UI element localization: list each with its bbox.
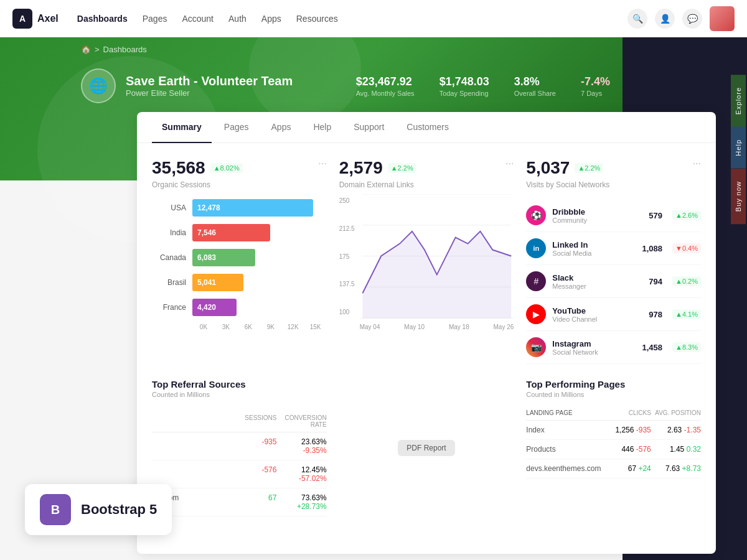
axis-0: 0K — [192, 324, 215, 330]
dribbble-count: 579 — [631, 211, 662, 220]
tab-customers[interactable]: Customers — [397, 112, 459, 143]
social-row-youtube: ▶ YouTube Video Channel 978 ▲4.1% — [526, 298, 701, 331]
youtube-type: Video Channel — [552, 315, 625, 323]
instagram-type: Social Network — [552, 348, 625, 356]
tab-summary[interactable]: Summary — [152, 112, 212, 143]
x-axis-labels: May 04 May 10 May 18 May 26 — [360, 321, 514, 330]
tab-support[interactable]: Support — [344, 112, 394, 143]
sidebar-explore[interactable]: Explore — [731, 75, 746, 127]
referral-row-0: -935 23.63% -9.35% — [152, 432, 327, 460]
page-name-0: Index — [526, 426, 601, 434]
metric-label-0: Organic Sessions — [152, 180, 327, 189]
top-pages-row-0: Index 1,256 -935 2.63 -1.35 — [526, 421, 701, 440]
search-button[interactable]: 🔍 — [627, 9, 647, 29]
metric-label-2: Visits by Social Networks — [526, 180, 701, 189]
sidebar-buy[interactable]: Buy now — [731, 169, 746, 224]
stat-value-3: -7.4% — [581, 75, 610, 88]
metric-dots-1[interactable]: ··· — [505, 158, 514, 169]
referral-rate-1: 12.45% -57.02% — [276, 465, 326, 483]
nav-right: 🔍 👤 💬 — [627, 6, 735, 31]
messages-button[interactable]: 💬 — [682, 9, 702, 29]
page-name-2: devs.keenthemes.com — [526, 464, 601, 473]
y-label-3: 137.5 — [339, 281, 355, 287]
stat-monthly-sales: $23,467.92 Avg. Monthly Sales — [356, 75, 415, 97]
page-name-1: Products — [526, 445, 601, 454]
x-label-2: May 18 — [449, 324, 469, 330]
tab-help[interactable]: Help — [303, 112, 341, 143]
metrics-row: ··· 35,568 ▲8.02% Organic Sessions USA 1… — [152, 158, 701, 364]
metric-dots-0[interactable]: ··· — [318, 158, 326, 169]
bar-chart: USA 12,478 India 7,546 Canad — [152, 199, 327, 330]
linkedin-icon: in — [526, 238, 546, 258]
referral-col-name — [152, 414, 227, 428]
bar-axis: 0K 3K 6K 9K 12K 15K — [152, 324, 327, 330]
top-pages-row-2: devs.keenthemes.com 67 +24 7.63 +8.73 — [526, 459, 701, 478]
referral-rate-2: 73.63% +28.73% — [276, 493, 326, 511]
top-pages-section: Top Performing Pages Counted in Millions… — [526, 379, 701, 516]
nav-apps[interactable]: Apps — [261, 14, 281, 24]
page-clicks-1: 446 -576 — [601, 445, 651, 454]
profile-name: Save Earth - Volunteer Team — [126, 74, 293, 88]
nav-pages[interactable]: Pages — [143, 14, 167, 24]
bar-track-france: 4,420 — [192, 299, 327, 316]
linkedin-count: 1,088 — [631, 244, 662, 253]
instagram-badge: ▲8.3% — [672, 342, 701, 352]
referral-row-2: Bol.com 67 73.63% +28.73% — [152, 488, 327, 516]
referral-col-rate: CONVERSION RATE — [276, 414, 326, 428]
axis-4: 12K — [282, 324, 304, 330]
stat-value-0: $23,467.92 — [356, 75, 415, 88]
bar-track-india: 7,546 — [192, 224, 327, 241]
nav-account[interactable]: Account — [182, 14, 214, 24]
sidebar-help[interactable]: Help — [731, 127, 746, 169]
social-row-slack: # Slack Messanger 794 ▲0.2% — [526, 265, 701, 298]
user-avatar[interactable] — [710, 6, 735, 31]
bar-fill-france: 4,420 — [192, 299, 237, 316]
metric-badge-2: ▲2.2% — [575, 163, 603, 173]
nav-dashboards[interactable]: Dashboards — [77, 14, 128, 24]
y-axis-labels: 250 212.5 175 137.5 100 — [339, 194, 355, 319]
right-sidebar: Explore Help Buy now — [730, 75, 747, 560]
breadcrumb: 🏠 > Dashboards — [81, 45, 147, 64]
notifications-button[interactable]: 👤 — [655, 9, 675, 29]
bar-country-canada: Canada — [152, 253, 186, 262]
metric-social: ··· 5,037 ▲2.2% Visits by Social Network… — [526, 158, 701, 364]
metric-dots-2[interactable]: ··· — [693, 158, 701, 169]
tab-pages[interactable]: Pages — [214, 112, 259, 143]
bar-row-india: India 7,546 — [152, 224, 327, 241]
dribbble-badge: ▲2.6% — [672, 210, 701, 220]
nav-auth[interactable]: Auth — [228, 14, 247, 24]
main-card: Summary Pages Apps Help Support Customer… — [137, 112, 716, 554]
nav-resources[interactable]: Resources — [296, 14, 338, 24]
axis-1: 3K — [215, 324, 237, 330]
top-pages-header: LANDING PAGE CLICKS AVG. POSITION — [526, 406, 701, 421]
profile-band: 🌐 Save Earth - Volunteer Team Power Elit… — [81, 68, 610, 113]
line-chart-svg — [360, 194, 514, 319]
youtube-info: YouTube Video Channel — [552, 306, 625, 323]
metric-label-1: Domain External Links — [339, 180, 514, 189]
social-list: ⚽ Dribbble Community 579 ▲2.6% in — [526, 199, 701, 364]
bootstrap-icon: B — [40, 494, 71, 525]
bar-fill-brasil: 5,041 — [192, 274, 243, 291]
top-pages-row-1: Products 446 -576 1.45 0.32 — [526, 440, 701, 459]
linkedin-info: Linked In Social Media — [552, 240, 625, 257]
linkedin-badge: ▼0.4% — [672, 243, 701, 253]
bar-row-usa: USA 12,478 — [152, 199, 327, 217]
social-row-linkedin: in Linked In Social Media 1,088 ▼0.4% — [526, 232, 701, 265]
bar-fill-india: 7,546 — [192, 224, 270, 241]
stat-label-2: Overall Share — [514, 90, 556, 97]
dribbble-info: Dribbble Community — [552, 207, 625, 224]
stat-label-3: 7 Days — [581, 90, 610, 97]
slack-name: Slack — [552, 273, 625, 282]
page-pos-1: 1.45 0.32 — [651, 445, 701, 454]
breadcrumb-current: Dashboards — [103, 45, 147, 54]
tab-apps[interactable]: Apps — [261, 112, 301, 143]
linkedin-name: Linked In — [552, 240, 625, 250]
stat-7days: -7.4% 7 Days — [581, 75, 610, 97]
y-label-2: 175 — [339, 253, 355, 260]
metric-badge-0: ▲8.02% — [210, 163, 243, 173]
logo-area[interactable]: A Axel — [12, 9, 59, 29]
referral-row-1: -576 12.45% -57.02% — [152, 460, 327, 488]
bar-fill-usa: 12,478 — [192, 199, 313, 217]
profile-logo: 🌐 — [81, 68, 116, 103]
pdf-report-button[interactable]: PDF Report — [398, 440, 454, 456]
